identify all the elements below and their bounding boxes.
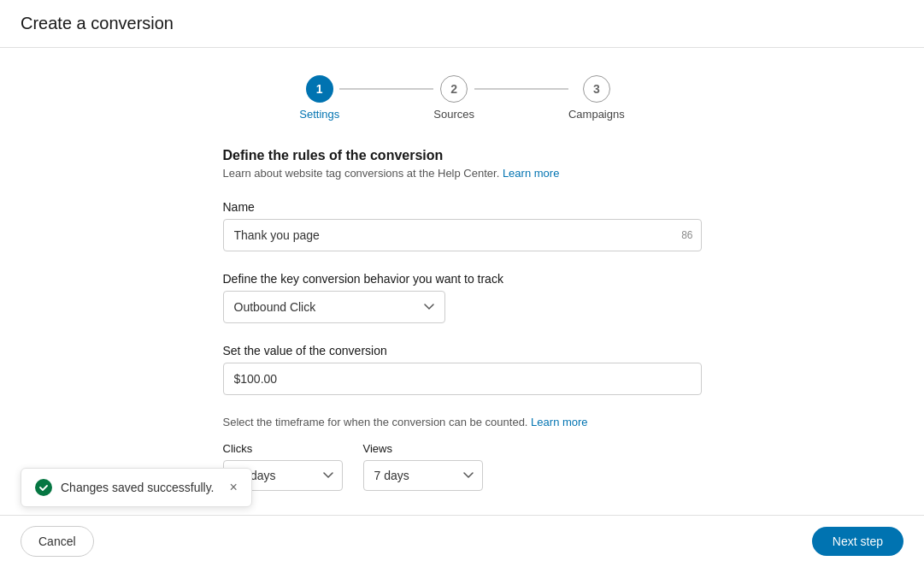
step-label-1: Settings (299, 108, 339, 121)
name-label: Name (223, 200, 702, 214)
name-field-group: Name 86 (223, 200, 702, 251)
toast-message: Changes saved successfully. (61, 481, 215, 494)
step-circle-3: 3 (583, 75, 610, 103)
timeframe-description-text: Select the timeframe for when the conver… (223, 416, 528, 428)
timeframe-field-group: Select the timeframe for when the conver… (223, 416, 702, 491)
checkmark-icon (38, 482, 49, 493)
name-input-wrapper: 86 (223, 219, 702, 251)
value-field-group: Set the value of the conversion (223, 344, 702, 395)
toast-success-icon (35, 479, 52, 496)
form-section: Define the rules of the conversion Learn… (223, 148, 702, 511)
footer-actions: Cancel Next step (0, 515, 924, 567)
step-settings: 1 Settings (299, 75, 339, 121)
toast-notification: Changes saved successfully. × (21, 468, 252, 507)
views-dropdown[interactable]: 7 days 1 day 3 days 14 days 30 days (363, 460, 483, 491)
connector-2-3 (474, 88, 568, 90)
page-title: Create a conversion (21, 14, 903, 33)
timeframe-row: Clicks 30 days 7 days 14 days 60 days 90… (223, 442, 702, 491)
main-content: 1 Settings 2 Sources 3 Campaigns Define … (0, 48, 924, 539)
section-subtitle: Learn about website tag conversions at t… (223, 167, 702, 180)
connector-1-2 (339, 88, 433, 90)
learn-more-link-1[interactable]: Learn more (503, 167, 559, 180)
next-step-button[interactable]: Next step (812, 527, 903, 556)
views-label: Views (363, 442, 483, 455)
section-title: Define the rules of the conversion (223, 148, 702, 163)
stepper: 1 Settings 2 Sources 3 Campaigns (299, 75, 624, 121)
toast-close-button[interactable]: × (230, 481, 238, 494)
behavior-field-group: Define the key conversion behavior you w… (223, 272, 702, 323)
learn-more-link-2[interactable]: Learn more (531, 416, 587, 428)
page-header: Create a conversion (0, 0, 924, 48)
step-sources: 2 Sources (433, 75, 474, 121)
value-input[interactable] (223, 363, 702, 395)
value-label: Set the value of the conversion (223, 344, 702, 357)
behavior-label: Define the key conversion behavior you w… (223, 272, 702, 286)
section-subtitle-text: Learn about website tag conversions at t… (223, 167, 500, 180)
step-circle-1: 1 (306, 75, 333, 103)
clicks-label: Clicks (223, 442, 343, 455)
step-label-3: Campaigns (568, 108, 625, 121)
step-campaigns: 3 Campaigns (568, 75, 625, 121)
step-circle-2: 2 (440, 75, 468, 103)
name-char-count: 86 (681, 229, 692, 241)
name-input[interactable] (223, 219, 702, 251)
timeframe-description: Select the timeframe for when the conver… (223, 416, 702, 428)
step-label-2: Sources (433, 108, 474, 121)
views-group: Views 7 days 1 day 3 days 14 days 30 day… (363, 442, 483, 491)
behavior-dropdown[interactable]: Outbound Click Page Load Button Click Fo… (223, 291, 445, 323)
cancel-button[interactable]: Cancel (21, 526, 94, 557)
